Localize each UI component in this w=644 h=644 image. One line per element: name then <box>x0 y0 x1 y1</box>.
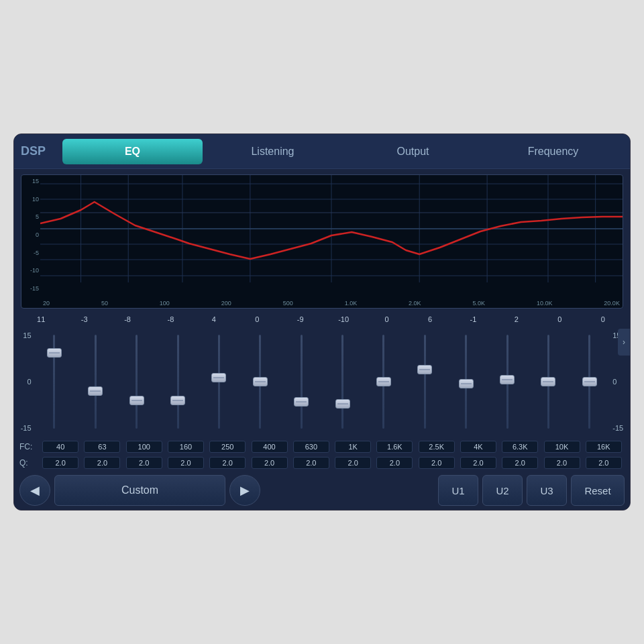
slider-track-1[interactable] <box>95 335 97 429</box>
q-4[interactable]: 2.0 <box>209 457 246 469</box>
slider-thumb-12[interactable] <box>541 377 555 386</box>
x-label-1k: 1.0K <box>345 300 358 307</box>
chart-y-axis: 15 10 5 0 -5 -10 -15 <box>21 175 40 294</box>
fc-13[interactable]: 16K <box>586 441 622 453</box>
fc-12[interactable]: 10K <box>544 441 580 453</box>
slider-track-0[interactable] <box>53 335 55 429</box>
slider-thumb-10[interactable] <box>459 379 474 388</box>
slider-col-3 <box>158 335 197 429</box>
slider-thumb-4[interactable] <box>211 373 226 382</box>
fc-row: FC: 40 63 100 160 250 400 630 1K 1.6K 2.… <box>19 439 625 455</box>
q-0[interactable]: 2.0 <box>42 457 78 469</box>
u3-button[interactable]: U3 <box>527 475 567 506</box>
sv-11: 2 <box>497 315 536 323</box>
slider-thumb-2[interactable] <box>129 396 144 405</box>
slider-thumb-6[interactable] <box>294 397 309 407</box>
tab-output[interactable]: Output <box>343 139 483 164</box>
slider-thumb-5[interactable] <box>253 377 268 386</box>
slider-thumb-7[interactable] <box>335 399 350 409</box>
sv-8: 0 <box>368 315 407 323</box>
q-6[interactable]: 2.0 <box>293 457 329 469</box>
slider-track-7[interactable] <box>341 335 343 429</box>
slider-track-3[interactable] <box>177 335 179 429</box>
y-label-n5: -5 <box>23 250 39 256</box>
q-10[interactable]: 2.0 <box>460 457 496 469</box>
preset-button[interactable]: Custom <box>54 475 225 506</box>
slider-track-10[interactable] <box>465 335 467 429</box>
slider-track-5[interactable] <box>259 335 261 429</box>
slider-track-2[interactable] <box>136 335 138 429</box>
dsp-label: DSP <box>21 144 54 158</box>
q-12[interactable]: 2.0 <box>544 457 580 469</box>
sv-4: 4 <box>195 315 233 323</box>
fc-9[interactable]: 2.5K <box>419 441 455 453</box>
fc-6[interactable]: 630 <box>293 441 329 453</box>
slider-values-row: 11 -3 -8 -8 4 0 -9 -10 0 6 -1 2 0 0 <box>19 313 625 325</box>
header: DSP EQ Listening Output Frequency <box>14 134 630 169</box>
slider-col-2 <box>117 335 156 429</box>
q-7[interactable]: 2.0 <box>335 457 371 469</box>
fc-11[interactable]: 6.3K <box>502 441 538 453</box>
q-3[interactable]: 2.0 <box>168 457 204 469</box>
slider-thumb-8[interactable] <box>376 377 391 386</box>
x-label-2k: 2.0K <box>409 300 421 307</box>
q-13[interactable]: 2.0 <box>586 457 622 469</box>
slider-col-0 <box>35 335 74 429</box>
slider-col-8 <box>364 335 403 429</box>
slider-col-13 <box>570 335 609 429</box>
u1-button[interactable]: U1 <box>438 475 478 506</box>
slider-thumb-1[interactable] <box>88 386 103 396</box>
slider-track-12[interactable] <box>547 335 549 429</box>
tab-listening[interactable]: Listening <box>203 139 343 164</box>
slider-col-11 <box>488 335 527 429</box>
side-arrow[interactable]: › <box>618 329 630 356</box>
slider-track-11[interactable] <box>506 335 508 429</box>
fc-10[interactable]: 4K <box>460 441 496 453</box>
tab-frequency[interactable]: Frequency <box>483 139 623 164</box>
slider-col-1 <box>76 335 115 429</box>
u2-button[interactable]: U2 <box>482 475 523 506</box>
q-9[interactable]: 2.0 <box>419 457 455 469</box>
fc-8[interactable]: 1.6K <box>376 441 413 453</box>
slider-thumb-3[interactable] <box>170 396 185 405</box>
fc-4[interactable]: 250 <box>209 441 246 453</box>
tab-eq[interactable]: EQ <box>62 139 203 164</box>
fc-7[interactable]: 1K <box>335 441 371 453</box>
sv-10: -1 <box>453 315 492 323</box>
q-2[interactable]: 2.0 <box>126 457 162 469</box>
slider-thumb-0[interactable] <box>47 348 62 358</box>
fc-0[interactable]: 40 <box>42 441 78 453</box>
scale-left: 15 0 -15 <box>21 331 33 432</box>
q-8[interactable]: 2.0 <box>376 457 413 469</box>
next-button[interactable]: ▶ <box>229 475 260 506</box>
slider-thumb-13[interactable] <box>582 377 597 386</box>
q-row: Q: 2.0 2.0 2.0 2.0 2.0 2.0 2.0 2.0 2.0 2… <box>19 455 625 471</box>
prev-button[interactable]: ◀ <box>19 475 50 506</box>
fc-1[interactable]: 63 <box>84 441 120 453</box>
q-5[interactable]: 2.0 <box>252 457 288 469</box>
slider-track-9[interactable] <box>424 335 426 429</box>
fc-3[interactable]: 160 <box>168 441 204 453</box>
fc-2[interactable]: 100 <box>126 441 162 453</box>
x-label-20k: 20.0K <box>604 300 620 307</box>
y-label-5: 5 <box>23 213 39 220</box>
reset-button[interactable]: Reset <box>571 475 625 506</box>
slider-track-6[interactable] <box>301 335 303 429</box>
slider-thumb-11[interactable] <box>500 375 515 384</box>
x-label-100: 100 <box>160 300 170 307</box>
slider-track-8[interactable] <box>382 335 384 429</box>
q-11[interactable]: 2.0 <box>502 457 538 469</box>
main-panel: 15 10 5 0 -5 -10 -15 <box>14 174 630 510</box>
y-label-n10: -10 <box>23 267 39 274</box>
slider-track-4[interactable] <box>218 335 220 429</box>
fc-label: FC: <box>19 442 40 451</box>
q-1[interactable]: 2.0 <box>84 457 120 469</box>
bottom-controls: ◀ Custom ▶ U1 U2 U3 Reset <box>14 471 630 510</box>
eq-chart: 15 10 5 0 -5 -10 -15 <box>21 174 623 309</box>
slider-track-13[interactable] <box>588 335 590 429</box>
sv-7: -10 <box>324 315 363 323</box>
chart-area <box>40 175 623 296</box>
slider-thumb-9[interactable] <box>417 365 432 374</box>
fc-5[interactable]: 400 <box>252 441 288 453</box>
y-label-15: 15 <box>23 178 39 184</box>
